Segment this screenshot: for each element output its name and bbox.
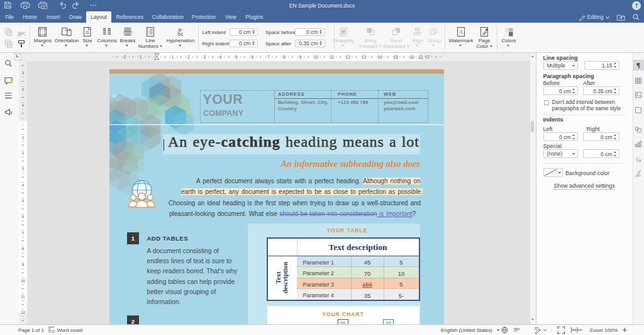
svg-text:3: 3	[203, 55, 206, 59]
svg-text:bc: bc	[178, 31, 184, 37]
svg-text:Ta: Ta	[636, 157, 641, 163]
svg-text:14: 14	[377, 55, 382, 59]
svg-text:7: 7	[267, 55, 270, 59]
svg-text:11: 11	[21, 295, 25, 298]
svg-text:17: 17	[425, 55, 430, 59]
svg-text:12: 12	[346, 55, 351, 59]
svg-text:5: 5	[235, 55, 238, 59]
svg-text:¶: ¶	[636, 61, 640, 69]
svg-text:Editing: Editing	[587, 14, 604, 20]
svg-text:2: 2	[187, 55, 190, 59]
svg-text:1: 1	[140, 55, 142, 59]
svg-text:10: 10	[21, 279, 25, 283]
svg-text:1: 1	[172, 55, 174, 59]
svg-text:123: 123	[52, 329, 55, 333]
svg-text:16: 16	[409, 55, 414, 59]
svg-text:4: 4	[219, 55, 222, 59]
svg-text:abc: abc	[514, 326, 520, 330]
svg-text:13: 13	[362, 55, 367, 59]
svg-text:9: 9	[299, 55, 301, 59]
svg-text:A: A	[458, 28, 464, 35]
svg-text:10: 10	[314, 55, 319, 59]
svg-text:2: 2	[124, 55, 126, 59]
svg-text:15: 15	[393, 55, 398, 59]
svg-text:12: 12	[21, 310, 25, 314]
svg-text:8: 8	[283, 55, 286, 59]
svg-text:11: 11	[330, 55, 334, 59]
svg-text:6: 6	[251, 55, 253, 59]
